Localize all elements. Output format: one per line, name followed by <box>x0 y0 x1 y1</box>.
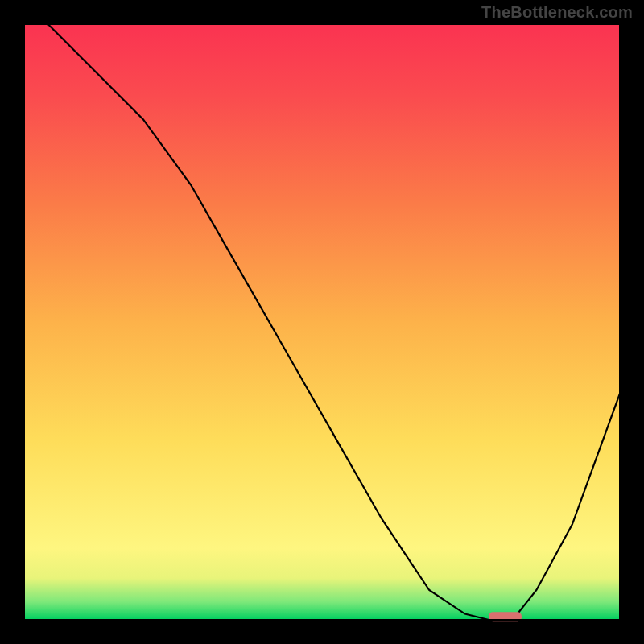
plot-background <box>24 24 620 620</box>
chart-svg <box>0 0 644 644</box>
watermark-text: TheBottleneck.com <box>481 3 633 22</box>
chart-frame: TheBottleneck.com <box>0 0 644 644</box>
